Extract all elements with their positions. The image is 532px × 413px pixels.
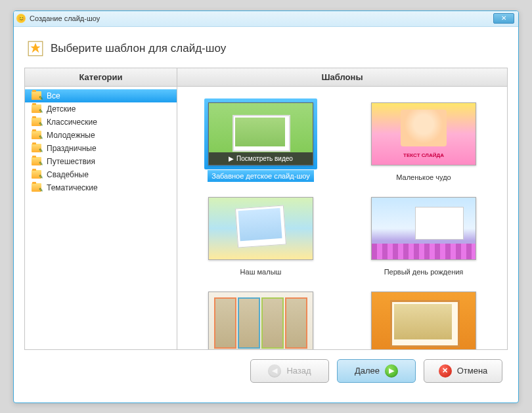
content-area: Выберите шаблон для слайд-шоу Категории … bbox=[14, 27, 518, 391]
watch-video-label: Посмотреть видео bbox=[236, 155, 293, 162]
template-thumbnail: ▶ Посмотреть видео bbox=[208, 102, 313, 165]
sidebar: Категории Все Детские Классические bbox=[25, 68, 177, 349]
folder-icon bbox=[32, 183, 41, 192]
template-thumbnail bbox=[208, 197, 313, 260]
category-label: Путешествия bbox=[47, 157, 95, 166]
categories-header: Категории bbox=[25, 68, 177, 87]
template-label: Первый день рождения bbox=[365, 267, 483, 277]
arrow-left-icon: ◀ bbox=[268, 364, 281, 378]
template-thumbnail: ТЕКСТ СЛАЙДА bbox=[371, 102, 476, 165]
template-card[interactable]: ▶ Посмотреть видео Забавное детское слай… bbox=[202, 98, 320, 183]
category-item-all[interactable]: Все bbox=[25, 89, 177, 102]
template-card[interactable]: Наш малыш bbox=[202, 193, 320, 277]
folder-icon bbox=[32, 144, 41, 152]
templates-grid[interactable]: ▶ Посмотреть видео Забавное детское слай… bbox=[177, 87, 507, 349]
template-thumbnail bbox=[371, 292, 476, 349]
template-label: Забавное детское слайд-шоу bbox=[208, 170, 314, 182]
panels: Категории Все Детские Классические bbox=[24, 68, 508, 350]
cancel-label: Отмена bbox=[457, 366, 488, 376]
folder-icon bbox=[32, 170, 41, 179]
category-label: Все bbox=[47, 91, 60, 100]
category-item-travel[interactable]: Путешествия bbox=[25, 155, 177, 168]
category-list[interactable]: Все Детские Классические Молодежные bbox=[25, 87, 177, 349]
category-label: Праздничные bbox=[47, 144, 97, 153]
next-button[interactable]: Далее ▶ bbox=[337, 359, 416, 383]
folder-icon bbox=[32, 157, 41, 165]
category-item-classic[interactable]: Классические bbox=[25, 116, 177, 129]
cancel-button[interactable]: ✕ Отмена bbox=[424, 359, 502, 383]
next-label: Далее bbox=[355, 366, 380, 376]
template-thumbnail bbox=[208, 292, 313, 349]
templates-panel: Шаблоны ▶ Посмотреть видео Забавное детс… bbox=[177, 68, 507, 349]
titlebar: 😊 Создание слайд-шоу ✕ bbox=[14, 11, 518, 27]
page-header: Выберите шаблон для слайд-шоу bbox=[24, 35, 508, 68]
cancel-icon: ✕ bbox=[439, 364, 452, 378]
template-card[interactable]: Первый день рождения bbox=[365, 193, 483, 277]
category-label: Классические bbox=[47, 118, 97, 127]
arrow-right-icon: ▶ bbox=[385, 364, 398, 378]
star-icon bbox=[27, 40, 44, 57]
button-row: ◀ Назад Далее ▶ ✕ Отмена bbox=[24, 350, 508, 383]
template-card[interactable] bbox=[365, 288, 483, 349]
template-overlay-text: ТЕКСТ СЛАЙДА bbox=[372, 152, 476, 158]
category-item-holiday[interactable]: Праздничные bbox=[25, 142, 177, 155]
page-title: Выберите шаблон для слайд-шоу bbox=[51, 42, 226, 55]
category-label: Детские bbox=[47, 104, 76, 114]
folder-icon bbox=[32, 131, 41, 139]
close-button[interactable]: ✕ bbox=[493, 13, 514, 24]
category-label: Тематические bbox=[47, 183, 98, 192]
category-item-wedding[interactable]: Свадебные bbox=[25, 168, 177, 181]
category-label: Молодежные bbox=[47, 131, 95, 140]
dialog-window: 😊 Создание слайд-шоу ✕ Выберите шаблон д… bbox=[13, 11, 519, 403]
category-item-thematic[interactable]: Тематические bbox=[25, 181, 177, 194]
back-label: Назад bbox=[286, 366, 311, 376]
template-label: Наш малыш bbox=[202, 267, 320, 277]
template-card[interactable] bbox=[202, 288, 320, 349]
app-icon: 😊 bbox=[16, 14, 26, 23]
back-button[interactable]: ◀ Назад bbox=[250, 359, 329, 383]
template-card[interactable]: ТЕКСТ СЛАЙДА Маленькое чудо bbox=[365, 98, 483, 183]
category-label: Свадебные bbox=[47, 170, 89, 179]
watch-video-button[interactable]: ▶ Посмотреть видео bbox=[209, 152, 313, 165]
templates-header: Шаблоны bbox=[177, 68, 507, 87]
template-thumbnail bbox=[371, 197, 476, 260]
category-item-youth[interactable]: Молодежные bbox=[25, 129, 177, 142]
template-label: Маленькое чудо bbox=[365, 172, 483, 183]
category-item-kids[interactable]: Детские bbox=[25, 102, 177, 116]
play-icon: ▶ bbox=[229, 155, 234, 162]
folder-icon bbox=[32, 104, 41, 113]
folder-icon bbox=[32, 91, 41, 100]
window-title: Создание слайд-шоу bbox=[30, 14, 100, 22]
folder-icon bbox=[32, 118, 41, 126]
